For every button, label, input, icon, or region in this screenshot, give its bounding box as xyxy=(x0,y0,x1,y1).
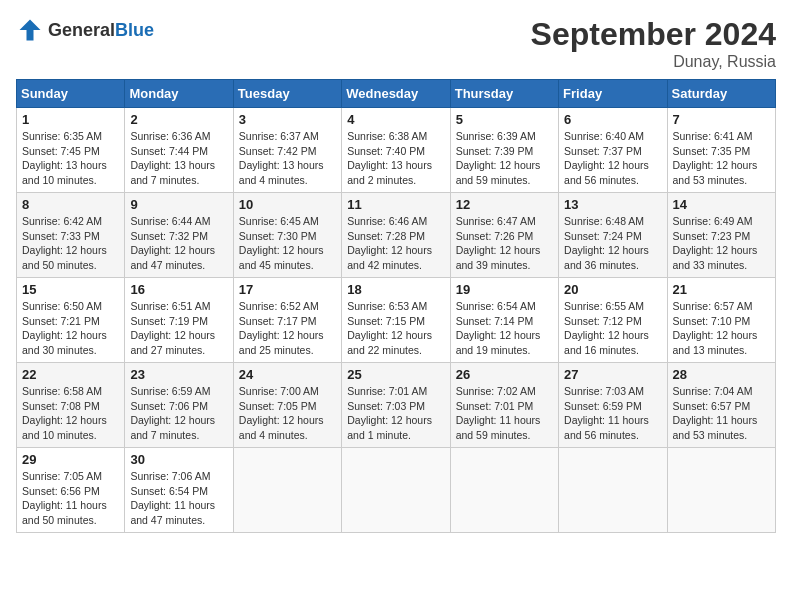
day-number: 17 xyxy=(239,282,336,297)
calendar-cell: 30 Sunrise: 7:06 AMSunset: 6:54 PMDaylig… xyxy=(125,448,233,533)
day-number: 13 xyxy=(564,197,661,212)
calendar-cell: 8 Sunrise: 6:42 AMSunset: 7:33 PMDayligh… xyxy=(17,193,125,278)
logo-icon xyxy=(16,16,44,44)
calendar-cell: 23 Sunrise: 6:59 AMSunset: 7:06 PMDaylig… xyxy=(125,363,233,448)
day-number: 22 xyxy=(22,367,119,382)
day-number: 30 xyxy=(130,452,227,467)
day-info: Sunrise: 6:57 AMSunset: 7:10 PMDaylight:… xyxy=(673,300,758,356)
day-number: 16 xyxy=(130,282,227,297)
weekday-header-monday: Monday xyxy=(125,80,233,108)
calendar-cell: 15 Sunrise: 6:50 AMSunset: 7:21 PMDaylig… xyxy=(17,278,125,363)
day-info: Sunrise: 6:47 AMSunset: 7:26 PMDaylight:… xyxy=(456,215,541,271)
weekday-header-tuesday: Tuesday xyxy=(233,80,341,108)
day-number: 12 xyxy=(456,197,553,212)
calendar-cell: 28 Sunrise: 7:04 AMSunset: 6:57 PMDaylig… xyxy=(667,363,775,448)
calendar-cell: 22 Sunrise: 6:58 AMSunset: 7:08 PMDaylig… xyxy=(17,363,125,448)
day-number: 25 xyxy=(347,367,444,382)
calendar-cell: 13 Sunrise: 6:48 AMSunset: 7:24 PMDaylig… xyxy=(559,193,667,278)
day-info: Sunrise: 6:45 AMSunset: 7:30 PMDaylight:… xyxy=(239,215,324,271)
day-info: Sunrise: 7:02 AMSunset: 7:01 PMDaylight:… xyxy=(456,385,541,441)
day-number: 24 xyxy=(239,367,336,382)
calendar-header-row: SundayMondayTuesdayWednesdayThursdayFrid… xyxy=(17,80,776,108)
calendar-cell: 21 Sunrise: 6:57 AMSunset: 7:10 PMDaylig… xyxy=(667,278,775,363)
day-info: Sunrise: 6:35 AMSunset: 7:45 PMDaylight:… xyxy=(22,130,107,186)
day-number: 27 xyxy=(564,367,661,382)
day-number: 29 xyxy=(22,452,119,467)
calendar-cell: 5 Sunrise: 6:39 AMSunset: 7:39 PMDayligh… xyxy=(450,108,558,193)
day-number: 1 xyxy=(22,112,119,127)
day-number: 28 xyxy=(673,367,770,382)
calendar-cell xyxy=(559,448,667,533)
calendar-cell: 25 Sunrise: 7:01 AMSunset: 7:03 PMDaylig… xyxy=(342,363,450,448)
day-info: Sunrise: 6:40 AMSunset: 7:37 PMDaylight:… xyxy=(564,130,649,186)
day-number: 9 xyxy=(130,197,227,212)
day-info: Sunrise: 6:46 AMSunset: 7:28 PMDaylight:… xyxy=(347,215,432,271)
day-info: Sunrise: 7:03 AMSunset: 6:59 PMDaylight:… xyxy=(564,385,649,441)
day-number: 6 xyxy=(564,112,661,127)
calendar-cell: 19 Sunrise: 6:54 AMSunset: 7:14 PMDaylig… xyxy=(450,278,558,363)
day-info: Sunrise: 6:51 AMSunset: 7:19 PMDaylight:… xyxy=(130,300,215,356)
calendar-cell: 20 Sunrise: 6:55 AMSunset: 7:12 PMDaylig… xyxy=(559,278,667,363)
day-info: Sunrise: 6:55 AMSunset: 7:12 PMDaylight:… xyxy=(564,300,649,356)
day-info: Sunrise: 6:50 AMSunset: 7:21 PMDaylight:… xyxy=(22,300,107,356)
day-number: 4 xyxy=(347,112,444,127)
day-info: Sunrise: 7:06 AMSunset: 6:54 PMDaylight:… xyxy=(130,470,215,526)
day-number: 11 xyxy=(347,197,444,212)
title-block: September 2024 Dunay, Russia xyxy=(531,16,776,71)
calendar-cell xyxy=(667,448,775,533)
calendar-cell: 17 Sunrise: 6:52 AMSunset: 7:17 PMDaylig… xyxy=(233,278,341,363)
month-year-title: September 2024 xyxy=(531,16,776,53)
calendar-cell: 14 Sunrise: 6:49 AMSunset: 7:23 PMDaylig… xyxy=(667,193,775,278)
day-info: Sunrise: 6:37 AMSunset: 7:42 PMDaylight:… xyxy=(239,130,324,186)
calendar-cell: 12 Sunrise: 6:47 AMSunset: 7:26 PMDaylig… xyxy=(450,193,558,278)
day-info: Sunrise: 6:59 AMSunset: 7:06 PMDaylight:… xyxy=(130,385,215,441)
calendar-cell: 27 Sunrise: 7:03 AMSunset: 6:59 PMDaylig… xyxy=(559,363,667,448)
day-number: 2 xyxy=(130,112,227,127)
day-number: 7 xyxy=(673,112,770,127)
day-info: Sunrise: 6:54 AMSunset: 7:14 PMDaylight:… xyxy=(456,300,541,356)
calendar-cell: 26 Sunrise: 7:02 AMSunset: 7:01 PMDaylig… xyxy=(450,363,558,448)
calendar-cell: 7 Sunrise: 6:41 AMSunset: 7:35 PMDayligh… xyxy=(667,108,775,193)
calendar-cell: 11 Sunrise: 6:46 AMSunset: 7:28 PMDaylig… xyxy=(342,193,450,278)
day-info: Sunrise: 6:58 AMSunset: 7:08 PMDaylight:… xyxy=(22,385,107,441)
day-number: 5 xyxy=(456,112,553,127)
day-number: 3 xyxy=(239,112,336,127)
day-info: Sunrise: 6:48 AMSunset: 7:24 PMDaylight:… xyxy=(564,215,649,271)
day-number: 20 xyxy=(564,282,661,297)
calendar-cell xyxy=(450,448,558,533)
day-number: 26 xyxy=(456,367,553,382)
day-info: Sunrise: 6:38 AMSunset: 7:40 PMDaylight:… xyxy=(347,130,432,186)
calendar-cell xyxy=(233,448,341,533)
calendar-cell: 1 Sunrise: 6:35 AMSunset: 7:45 PMDayligh… xyxy=(17,108,125,193)
week-row-3: 15 Sunrise: 6:50 AMSunset: 7:21 PMDaylig… xyxy=(17,278,776,363)
page-header: GeneralBlue September 2024 Dunay, Russia xyxy=(16,16,776,71)
calendar-table: SundayMondayTuesdayWednesdayThursdayFrid… xyxy=(16,79,776,533)
calendar-cell: 6 Sunrise: 6:40 AMSunset: 7:37 PMDayligh… xyxy=(559,108,667,193)
calendar-cell: 3 Sunrise: 6:37 AMSunset: 7:42 PMDayligh… xyxy=(233,108,341,193)
day-number: 18 xyxy=(347,282,444,297)
weekday-header-sunday: Sunday xyxy=(17,80,125,108)
day-info: Sunrise: 6:44 AMSunset: 7:32 PMDaylight:… xyxy=(130,215,215,271)
weekday-header-thursday: Thursday xyxy=(450,80,558,108)
day-info: Sunrise: 7:01 AMSunset: 7:03 PMDaylight:… xyxy=(347,385,432,441)
weekday-header-saturday: Saturday xyxy=(667,80,775,108)
svg-marker-0 xyxy=(20,20,41,41)
day-info: Sunrise: 6:49 AMSunset: 7:23 PMDaylight:… xyxy=(673,215,758,271)
day-number: 23 xyxy=(130,367,227,382)
calendar-cell: 18 Sunrise: 6:53 AMSunset: 7:15 PMDaylig… xyxy=(342,278,450,363)
logo-text-blue: Blue xyxy=(115,20,154,40)
location-subtitle: Dunay, Russia xyxy=(531,53,776,71)
week-row-2: 8 Sunrise: 6:42 AMSunset: 7:33 PMDayligh… xyxy=(17,193,776,278)
calendar-cell: 4 Sunrise: 6:38 AMSunset: 7:40 PMDayligh… xyxy=(342,108,450,193)
day-number: 10 xyxy=(239,197,336,212)
day-number: 21 xyxy=(673,282,770,297)
day-info: Sunrise: 6:41 AMSunset: 7:35 PMDaylight:… xyxy=(673,130,758,186)
logo: GeneralBlue xyxy=(16,16,154,44)
day-info: Sunrise: 6:39 AMSunset: 7:39 PMDaylight:… xyxy=(456,130,541,186)
week-row-4: 22 Sunrise: 6:58 AMSunset: 7:08 PMDaylig… xyxy=(17,363,776,448)
day-info: Sunrise: 6:36 AMSunset: 7:44 PMDaylight:… xyxy=(130,130,215,186)
day-info: Sunrise: 6:42 AMSunset: 7:33 PMDaylight:… xyxy=(22,215,107,271)
day-info: Sunrise: 6:52 AMSunset: 7:17 PMDaylight:… xyxy=(239,300,324,356)
calendar-cell: 24 Sunrise: 7:00 AMSunset: 7:05 PMDaylig… xyxy=(233,363,341,448)
day-number: 19 xyxy=(456,282,553,297)
